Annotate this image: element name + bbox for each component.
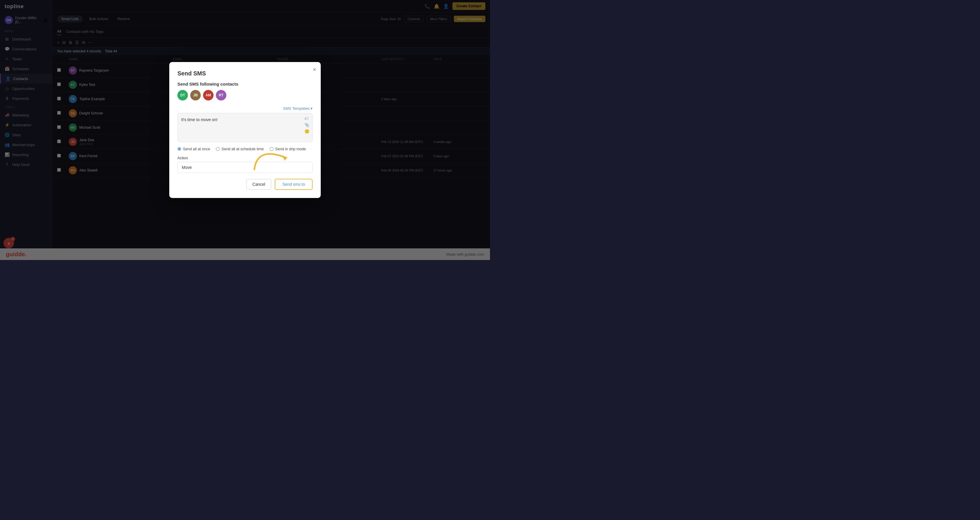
message-icons: 🏷 📎 🙂 <box>304 116 309 134</box>
emoji-icon[interactable]: 🙂 <box>304 129 309 134</box>
radio-label-all-at-once: Send all at once <box>183 147 210 151</box>
modal-title: Send SMS <box>177 70 313 77</box>
radio-input-schedule[interactable] <box>216 147 220 151</box>
send-sms-modal: Send SMS × Send SMS following contacts D… <box>169 62 321 198</box>
sms-templates-link[interactable]: SMS Templates ▾ <box>177 106 313 111</box>
radio-send-schedule[interactable]: Send all at schedule time <box>216 147 264 151</box>
modal-contact-avatar: AM <box>203 90 213 100</box>
cancel-button[interactable]: Cancel <box>247 179 272 190</box>
radio-send-drip[interactable]: Send in drip mode <box>270 147 306 151</box>
message-text[interactable]: It's time to move on! <box>181 117 309 123</box>
radio-label-schedule: Send all at schedule time <box>221 147 264 151</box>
radio-input-drip[interactable] <box>270 147 274 151</box>
modal-contact-avatar: RT <box>216 90 226 100</box>
radio-send-all-at-once[interactable]: Send all at once <box>177 147 210 151</box>
action-label: Action <box>177 156 313 160</box>
modal-overlay: Send SMS × Send SMS following contacts D… <box>0 0 490 260</box>
radio-input-all-at-once[interactable] <box>177 147 181 151</box>
modal-contact-avatar: DT <box>177 90 188 100</box>
radio-label-drip: Send in drip mode <box>275 147 306 151</box>
action-select[interactable]: Move <box>177 162 313 173</box>
modal-subtitle: Send SMS following contacts <box>177 81 313 86</box>
tag-icon[interactable]: 🏷 <box>304 116 309 121</box>
contact-avatars: DTJBAMRT <box>177 90 313 100</box>
attach-icon[interactable]: 📎 <box>304 122 309 127</box>
message-area: It's time to move on! 🏷 📎 🙂 <box>177 113 313 142</box>
modal-footer: Cancel Send sms to <box>177 179 313 190</box>
modal-contact-avatar: JB <box>190 90 201 100</box>
modal-close-button[interactable]: × <box>313 67 316 73</box>
send-sms-button[interactable]: Send sms to <box>275 179 313 190</box>
radio-group: Send all at once Send all at schedule ti… <box>177 147 313 151</box>
